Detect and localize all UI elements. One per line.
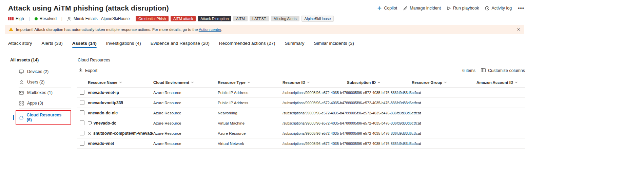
customize-columns-button[interactable]: Customize columns (481, 68, 525, 73)
columns-icon (481, 68, 486, 73)
tab-investigations[interactable]: Investigations (4) (106, 41, 141, 50)
cloud-environment-cell: Azure Resource (153, 101, 218, 105)
activity-log-button[interactable]: Activity log (485, 6, 512, 11)
sidebar-item-label: Mailboxes (1) (27, 90, 53, 95)
resource-group-cell: ctfcat (412, 142, 476, 146)
manage-incident-button[interactable]: Manage incident (403, 6, 441, 11)
severity-label: High (16, 16, 24, 21)
subscription-id-cell: 99005f96-e572-4035-b476-836fd9d83d64 (347, 131, 412, 135)
tag: Credential Phish (136, 16, 169, 21)
row-checkbox[interactable] (80, 131, 84, 135)
export-button[interactable]: Export (79, 68, 97, 73)
subscription-id-cell: 99005f96-e572-4035-b476-836fd9d83d64 (347, 121, 412, 125)
banner-suffix: . (221, 27, 222, 32)
warning-icon (9, 27, 13, 32)
export-label: Export (85, 68, 97, 73)
tab-summary[interactable]: Summary (285, 41, 305, 50)
cloud-environment-cell: Azure Resource (153, 111, 218, 115)
column-header-amazon-account-id[interactable]: Amazon Account ID (476, 80, 525, 85)
export-icon (79, 68, 83, 73)
column-header-cloud-environment[interactable]: Cloud Environment (153, 80, 218, 85)
resource-id-cell: /subscriptions/99005f96-e572-4035-b476-8… (282, 142, 347, 146)
column-header-resource-id[interactable]: Resource ID (282, 80, 347, 85)
chevron-down-icon (378, 81, 380, 83)
run-playbook-button[interactable]: Run playbook (447, 6, 479, 11)
sidebar-item-mailboxes[interactable]: Mailboxes (1) (19, 88, 71, 98)
copilot-button[interactable]: Copilot (377, 6, 397, 11)
row-checkbox[interactable] (80, 90, 84, 95)
row-checkbox[interactable] (80, 110, 84, 115)
incident-tags: Credential Phish AiTM attack Attack Disr… (136, 16, 334, 22)
all-assets-title: All assets (14) (10, 58, 76, 62)
banner-message: Important! Attack disruption has automat… (16, 27, 198, 32)
sidebar-item-cloud-resources[interactable]: Cloud Resources (6) (19, 109, 71, 126)
tag: Attack Disruption (198, 16, 231, 21)
table-row[interactable]: shutdown-computevm-vnevado-dc Azure Reso… (77, 128, 525, 138)
tab-similar-incidents[interactable]: Similar incidents (3) (314, 41, 354, 50)
resource-icon (88, 121, 92, 124)
resource-id-cell: /subscriptions/99005f96-e572-4035-b476-8… (282, 111, 347, 115)
sidebar-item-users[interactable]: Users (2) (19, 77, 71, 88)
close-icon[interactable]: ✕ (517, 27, 520, 32)
tab-attack-story[interactable]: Attack story (8, 41, 32, 50)
table-row[interactable]: vnevado-vnet Azure Resource Virtual Netw… (77, 138, 525, 149)
user-icon (19, 80, 24, 85)
sidebar-item-devices[interactable]: Devices (2) (19, 67, 71, 77)
sidebar-item-apps[interactable]: Apps (3) (19, 98, 71, 109)
severity: High (8, 16, 24, 21)
resource-group-cell: ctfcat (412, 101, 476, 105)
resource-name[interactable]: vnevado-vnet-ip (88, 90, 119, 95)
resource-name[interactable]: vnevadovnetip339 (88, 100, 123, 105)
resource-id-cell: /subscriptions/99005f96-e572-4035-b476-8… (282, 121, 347, 125)
sidebar-item-label: Devices (2) (27, 69, 48, 74)
attack-disruption-banner: Important! Attack disruption has automat… (5, 25, 524, 34)
resource-name[interactable]: shutdown-computevm-vnevado-dc (93, 131, 153, 136)
row-checkbox[interactable] (80, 100, 84, 105)
cloud-icon (19, 116, 24, 119)
row-checkbox[interactable] (80, 120, 84, 125)
action-label: Manage incident (410, 6, 441, 11)
column-header-resource-type[interactable]: Resource Type (218, 80, 282, 85)
table-row[interactable]: vnevado-dc Azure Resource Virtual Machin… (77, 118, 525, 128)
row-checkbox[interactable] (80, 141, 84, 146)
action-label: Copilot (384, 6, 397, 11)
resource-name[interactable]: vnevado-dc (94, 121, 116, 126)
column-header-resource-group[interactable]: Resource Group (412, 80, 476, 85)
sidebar-item-label: Apps (3) (27, 101, 43, 106)
resource-type-cell: Public IP Address (218, 101, 282, 105)
resource-type-cell: Virtual Network (218, 142, 282, 146)
tag: AiTM attack (171, 16, 196, 21)
tab-recommended-actions[interactable]: Recommended actions (27) (219, 41, 275, 50)
table-row[interactable]: vnevadovnetip339 Azure Resource Public I… (77, 98, 525, 108)
status-label: Resolved (40, 16, 57, 21)
cloud-resources-panel: Cloud Resources Export 6 items Customize… (76, 50, 529, 185)
cloud-resources-table: Resource Name Cloud Environment Resource… (77, 78, 525, 149)
column-header-resource-name[interactable]: Resource Name (88, 80, 153, 85)
toolbar-right: 6 items Customize columns (462, 68, 525, 73)
sidebar-item-label: Users (2) (27, 80, 44, 85)
action-center-link[interactable]: Action center (199, 27, 221, 32)
play-icon (447, 6, 451, 11)
annotation-highlight-box: Cloud Resources (6) (16, 110, 71, 125)
device-icon (19, 70, 24, 74)
assignee-label: Mimik Emails - AlpineSkiHouse (74, 16, 130, 21)
divider: | (29, 16, 30, 21)
subscription-id-cell: 99005f96-e572-4035-b476-836fd9d83d64 (347, 91, 412, 95)
tab-evidence-and-response[interactable]: Evidence and Response (20) (151, 41, 210, 50)
column-header-subscription-id[interactable]: Subscription ID (347, 80, 412, 85)
more-actions-button[interactable]: ••• (518, 6, 524, 10)
chevron-down-icon (307, 81, 310, 83)
table-row[interactable]: vnevado-vnet-ip Azure Resource Public IP… (77, 88, 525, 98)
copilot-icon (377, 6, 382, 11)
tab-alerts[interactable]: Alerts (33) (42, 41, 63, 50)
tab-assets[interactable]: Assets (14) (72, 41, 97, 50)
assignee: Mimik Emails - AlpineSkiHouse (67, 16, 130, 21)
resource-name[interactable]: vnevado-dc-nic (88, 111, 118, 115)
resource-name[interactable]: vnevado-vnet (88, 141, 114, 146)
chevron-down-icon (248, 81, 250, 83)
resource-group-cell: ctfcat (412, 111, 476, 115)
table-row[interactable]: vnevado-dc-nic Azure Resource Networking… (77, 108, 525, 118)
items-count: 6 items (462, 68, 475, 73)
resource-type-cell: Azure Resource (218, 131, 282, 135)
action-label: Run playbook (453, 6, 479, 11)
